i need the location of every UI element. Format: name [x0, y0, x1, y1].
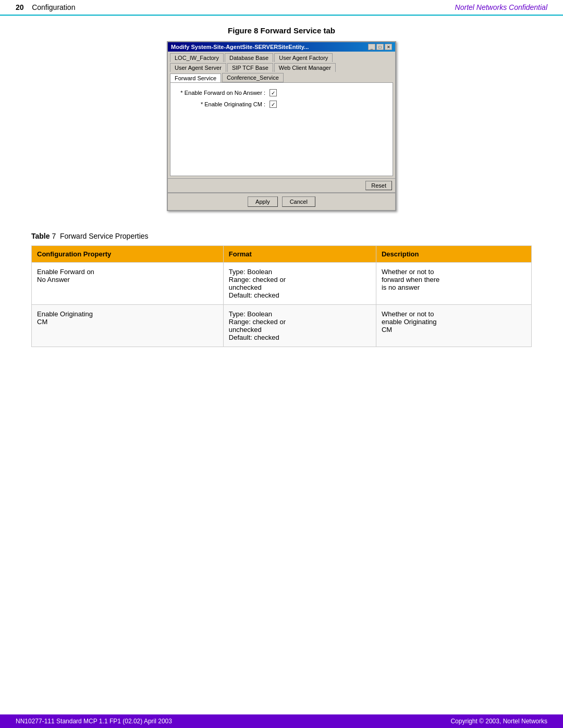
field2-label: * Enable Originating CM : — [176, 101, 270, 107]
minimize-btn[interactable]: _ — [368, 44, 375, 50]
table-row: Enable Forward onNo Answer Type: Boolean… — [32, 263, 532, 305]
tab-loc-iw-factory[interactable]: LOC_IW_Factory — [170, 53, 224, 62]
footer-left: NN10277-111 Standard MCP 1.1 FP1 (02.02)… — [16, 718, 172, 725]
tabs-row-1: LOC_IW_Factory Database Base User Agent … — [170, 53, 393, 62]
field1-checkbox[interactable]: ✓ — [270, 89, 277, 96]
reset-bar: Reset — [168, 178, 395, 192]
section-title: Configuration — [32, 3, 75, 11]
tabs-row-3: Forward Service Conference_Service — [170, 73, 393, 82]
table-header-row: Configuration Property Format Descriptio… — [32, 246, 532, 263]
table-title-text: Forward Service Properties — [60, 232, 149, 240]
form-row-2: * Enable Originating CM : ✓ — [176, 101, 387, 108]
reset-button[interactable]: Reset — [365, 181, 392, 190]
field1-label: * Enable Forward on No Answer : — [176, 90, 270, 96]
table-row: Enable OriginatingCM Type: BooleanRange:… — [32, 305, 532, 347]
tab-web-client-manager[interactable]: Web Client Manager — [274, 63, 336, 72]
form-row-1: * Enable Forward on No Answer : ✓ — [176, 89, 387, 96]
figure-title: Figure 8 Forward Service tab — [31, 26, 532, 35]
table-title: Table 7 Forward Service Properties — [31, 232, 532, 240]
cancel-button[interactable]: Cancel — [282, 196, 315, 207]
tab-sip-tcf-base[interactable]: SIP TCF Base — [227, 63, 273, 72]
row1-property: Enable Forward onNo Answer — [32, 263, 224, 305]
tab-database-base[interactable]: Database Base — [225, 53, 273, 62]
dialog-window: Modify System-Site-AgentSite-SERVERSiteE… — [167, 41, 396, 211]
row2-format: Type: BooleanRange: checked oruncheckedD… — [223, 305, 376, 347]
tab-content: * Enable Forward on No Answer : ✓ * Enab… — [170, 82, 393, 176]
footer-right: Copyright © 2003, Nortel Networks — [450, 718, 547, 725]
maximize-btn[interactable]: □ — [376, 44, 384, 50]
table-section: Table 7 Forward Service Properties Confi… — [31, 232, 532, 347]
row2-property: Enable OriginatingCM — [32, 305, 224, 347]
row2-description: Whether or not toenable OriginatingCM — [376, 305, 531, 347]
properties-table: Configuration Property Format Descriptio… — [31, 245, 532, 347]
footer-bar: NN10277-111 Standard MCP 1.1 FP1 (02.02)… — [0, 714, 563, 728]
tabs-wrapper: LOC_IW_Factory Database Base User Agent … — [168, 52, 395, 82]
tabs-row-2: User Agent Server SIP TCF Base Web Clien… — [170, 63, 393, 72]
tab-forward-service[interactable]: Forward Service — [170, 73, 221, 82]
page-number: 20 — [16, 3, 24, 11]
field2-checkbox[interactable]: ✓ — [270, 101, 277, 108]
action-bar: Apply Cancel — [168, 192, 395, 210]
apply-button[interactable]: Apply — [248, 196, 278, 207]
header-right: Nortel Networks Confidential — [455, 3, 547, 11]
tab-user-agent-server[interactable]: User Agent Server — [170, 63, 226, 72]
main-content: Figure 8 Forward Service tab Modify Syst… — [0, 16, 563, 378]
header-left: 20 Configuration — [16, 3, 75, 11]
col-header-property: Configuration Property — [32, 246, 224, 263]
page-header: 20 Configuration Nortel Networks Confide… — [0, 0, 563, 16]
dialog-titlebar: Modify System-Site-AgentSite-SERVERSiteE… — [168, 42, 395, 52]
col-header-format: Format — [223, 246, 376, 263]
dialog-body: * Enable Forward on No Answer : ✓ * Enab… — [168, 82, 395, 192]
titlebar-controls: _ □ ✕ — [368, 44, 392, 50]
col-header-description: Description — [376, 246, 531, 263]
tab-conference-service[interactable]: Conference_Service — [222, 73, 284, 82]
close-btn[interactable]: ✕ — [385, 44, 392, 50]
tab-user-agent-factory[interactable]: User Agent Factory — [274, 53, 333, 62]
row1-format: Type: BooleanRange: checked oruncheckedD… — [223, 263, 376, 305]
dialog-title: Modify System-Site-AgentSite-SERVERSiteE… — [171, 44, 309, 50]
row1-description: Whether or not toforward when thereis no… — [376, 263, 531, 305]
